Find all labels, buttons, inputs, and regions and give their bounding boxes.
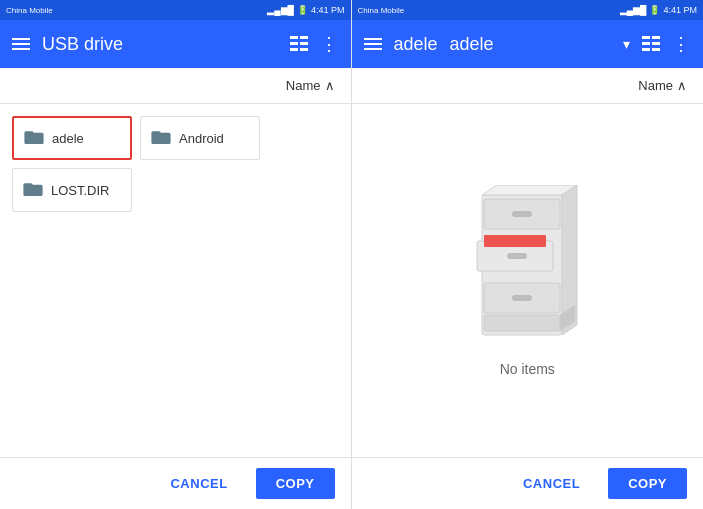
left-sort-arrow-icon: ∧ xyxy=(325,78,335,93)
svg-rect-5 xyxy=(300,48,308,51)
right-more-icon[interactable]: ⋮ xyxy=(672,33,691,55)
left-file-name-adele: adele xyxy=(52,131,84,146)
right-panel: China Mobile ▂▄▆█ 🔋 4:41 PM adele adele … xyxy=(352,0,704,509)
right-toolbar: adele adele ▾ ⋮ xyxy=(352,20,704,68)
left-file-item-adele[interactable]: adele xyxy=(12,116,132,160)
left-sort-bar: Name ∧ xyxy=(0,68,351,104)
left-status-left: China Mobile xyxy=(6,6,53,15)
right-copy-button[interactable]: COPY xyxy=(608,468,687,499)
right-menu-icon[interactable] xyxy=(364,38,382,50)
svg-rect-7 xyxy=(652,36,660,39)
right-status-right: ▂▄▆█ 🔋 4:41 PM xyxy=(620,5,697,15)
left-signal-icon: ▂▄▆█ xyxy=(267,5,294,15)
filing-cabinet-illustration xyxy=(462,185,592,345)
right-dropdown-icon[interactable]: ▾ xyxy=(623,36,630,52)
svg-rect-3 xyxy=(300,42,308,45)
left-status-right: ▂▄▆█ 🔋 4:41 PM xyxy=(267,5,344,15)
svg-rect-2 xyxy=(290,42,298,45)
svg-rect-1 xyxy=(300,36,308,39)
svg-rect-0 xyxy=(290,36,298,39)
cabinet-svg xyxy=(462,185,592,345)
right-carrier-text: China Mobile xyxy=(358,6,405,15)
right-cancel-button[interactable]: CANCEL xyxy=(511,468,592,499)
right-sort-label[interactable]: Name ∧ xyxy=(638,78,687,93)
right-empty-state: No items xyxy=(352,104,704,457)
left-sort-label[interactable]: Name ∧ xyxy=(286,78,335,93)
right-battery-icon: 🔋 xyxy=(649,5,660,15)
svg-rect-10 xyxy=(642,48,650,51)
svg-rect-4 xyxy=(290,48,298,51)
right-title-text: adele xyxy=(450,34,609,55)
right-sort-bar: Name ∧ xyxy=(352,68,704,104)
right-toolbar-title: adele xyxy=(394,34,438,55)
left-more-icon[interactable]: ⋮ xyxy=(320,33,339,55)
left-file-item-android[interactable]: Android xyxy=(140,116,260,160)
left-toolbar: USB drive ⋮ xyxy=(0,20,351,68)
left-file-item-lostdir[interactable]: LOST.DIR xyxy=(12,168,132,212)
svg-rect-18 xyxy=(484,235,546,247)
no-items-text: No items xyxy=(500,361,555,377)
svg-rect-16 xyxy=(512,211,532,217)
left-toolbar-title: USB drive xyxy=(42,34,278,55)
right-sort-arrow-icon: ∧ xyxy=(677,78,687,93)
right-sort-text: Name xyxy=(638,78,673,93)
left-menu-icon[interactable] xyxy=(12,38,30,50)
left-folder-android-icon xyxy=(151,128,171,149)
left-battery-icon: 🔋 xyxy=(297,5,308,15)
right-time-text: 4:41 PM xyxy=(663,5,697,15)
left-time-text: 4:41 PM xyxy=(311,5,345,15)
left-status-bar: China Mobile ▂▄▆█ 🔋 4:41 PM xyxy=(0,0,351,20)
left-file-grid: adele Android LOST.DIR xyxy=(0,104,351,457)
left-file-name-lostdir: LOST.DIR xyxy=(51,183,110,198)
left-bottom-bar: CANCEL COPY xyxy=(0,457,351,509)
svg-rect-19 xyxy=(507,253,527,259)
left-carrier-text: China Mobile xyxy=(6,6,53,15)
right-status-bar: China Mobile ▂▄▆█ 🔋 4:41 PM xyxy=(352,0,704,20)
svg-rect-9 xyxy=(652,42,660,45)
left-folder-adele-icon xyxy=(24,128,44,149)
svg-rect-8 xyxy=(642,42,650,45)
svg-rect-22 xyxy=(484,315,560,331)
svg-marker-13 xyxy=(482,185,577,195)
right-list-icon[interactable] xyxy=(642,35,660,53)
svg-rect-6 xyxy=(642,36,650,39)
left-folder-lostdir-icon xyxy=(23,180,43,201)
left-cancel-button[interactable]: CANCEL xyxy=(158,468,239,499)
left-list-icon[interactable] xyxy=(290,35,308,53)
right-bottom-bar: CANCEL COPY xyxy=(352,457,704,509)
right-status-left: China Mobile xyxy=(358,6,405,15)
right-signal-icon: ▂▄▆█ xyxy=(620,5,647,15)
left-file-name-android: Android xyxy=(179,131,224,146)
left-panel: China Mobile ▂▄▆█ 🔋 4:41 PM USB drive ⋮ xyxy=(0,0,352,509)
left-copy-button[interactable]: COPY xyxy=(256,468,335,499)
svg-rect-21 xyxy=(512,295,532,301)
left-sort-text: Name xyxy=(286,78,321,93)
svg-rect-11 xyxy=(652,48,660,51)
